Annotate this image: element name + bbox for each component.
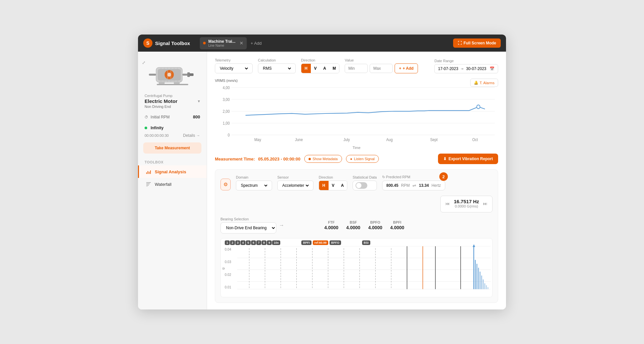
bearing-select-wrap: Bearing Selection Non-Drive End Bearing … xyxy=(220,217,319,233)
freq-prev-icon[interactable]: ⏮ xyxy=(445,201,450,206)
svg-text:Sept: Sept xyxy=(430,137,438,142)
export-icon: ⬇ xyxy=(443,157,447,161)
bearing-arrow-icon[interactable]: → xyxy=(279,222,284,228)
direction-v-button[interactable]: V xyxy=(311,64,320,73)
freq-nav: ⏮ 16.7517 Hz 0.0000 G(rms) ⏭ xyxy=(445,199,488,208)
sidebar-item-waterfall[interactable]: Waterfall xyxy=(138,178,207,190)
sidebar-item-signal-analysis[interactable]: Signal Analysis xyxy=(138,165,207,178)
rpm-label-wrap: ⏱ Initial RPM xyxy=(145,115,170,119)
tab-title: Machine Trai... xyxy=(208,39,236,44)
waterfall-label: Waterfall xyxy=(155,182,172,187)
svg-rect-68 xyxy=(481,276,482,289)
calculation-select-input[interactable]: RMS Peak Peak-to-Peak xyxy=(262,66,292,71)
signal-dir-a-button[interactable]: A xyxy=(338,181,347,190)
value-min-input[interactable] xyxy=(345,64,368,73)
svg-rect-21 xyxy=(150,170,151,174)
add-value-button[interactable]: + + Add xyxy=(395,63,418,73)
calendar-icon[interactable]: 📅 xyxy=(490,66,494,71)
svg-rect-4 xyxy=(149,74,156,76)
statistical-toggle[interactable] xyxy=(353,181,377,190)
svg-text:Oct: Oct xyxy=(472,137,478,142)
spectrum-area: 1 2 3 4 5 6 7 8 9 10x BPFI ref:60.99 xyxy=(220,238,493,297)
svg-rect-69 xyxy=(483,280,484,289)
freq-values: 16.7517 Hz 0.0000 G(rms) xyxy=(454,199,479,208)
rpm-icon2: ↻ xyxy=(382,175,385,179)
top-bar: S Signal Toolbox Machine Trai... Line Na… xyxy=(138,35,506,52)
svg-point-3 xyxy=(167,73,171,77)
svg-text:July: July xyxy=(343,137,350,142)
direction-h-button[interactable]: H xyxy=(301,64,311,73)
alarm-button[interactable]: 🔔 T. Alarms xyxy=(470,79,498,87)
ftf-group: FTF 4.0000 xyxy=(324,220,338,230)
svg-rect-7 xyxy=(190,73,194,76)
telemetry-select-input[interactable]: Velocity Acceleration Displacement xyxy=(218,66,249,71)
add-label: + Add xyxy=(402,66,413,71)
chevron-down-icon[interactable]: ▾ xyxy=(198,99,200,104)
rpm-stat-row: 800.45 RPM ⇌ 13.34 Hertz xyxy=(382,181,445,190)
signal-direction-label: Direction xyxy=(319,175,347,179)
svg-rect-63 xyxy=(473,245,474,289)
statistical-label: Statistical Data xyxy=(353,175,377,179)
calculation-group: Calculation RMS Peak Peak-to-Peak xyxy=(258,58,296,73)
direction-a-button[interactable]: A xyxy=(320,64,330,73)
settings-icon: ⚙ xyxy=(223,182,228,187)
svg-rect-64 xyxy=(475,260,476,289)
svg-rect-6 xyxy=(187,72,190,77)
export-label: Export Vibration Report xyxy=(448,157,493,161)
bpfi-label: BPFI xyxy=(390,220,404,224)
signal-analysis-section: ⚙ Domain Spectrum Time Cepstrum xyxy=(215,169,498,303)
value-max-input[interactable] xyxy=(370,64,393,73)
export-vibration-button[interactable]: ⬇ Export Vibration Report xyxy=(438,154,498,164)
value-label: Value xyxy=(345,58,418,62)
svg-text:June: June xyxy=(295,137,303,142)
expand-icon[interactable]: ⤢ xyxy=(142,60,146,65)
date-range-input[interactable]: 17-07-2023 → 30-07-2023 📅 xyxy=(434,64,498,73)
domain-select-input[interactable]: Spectrum Time Cepstrum xyxy=(240,183,268,188)
direction-m-button[interactable]: M xyxy=(329,64,339,73)
machine-name: Electric Motor xyxy=(145,98,177,104)
telemetry-controls-row: Telemetry Velocity Acceleration Displace… xyxy=(215,58,498,73)
settings-icon-button[interactable]: ⚙ xyxy=(220,179,231,190)
toggle-track[interactable] xyxy=(356,182,367,189)
signal-analysis-label: Signal Analysis xyxy=(155,169,186,174)
exchange-icon: ⇌ xyxy=(412,183,416,188)
logo-area: S Signal Toolbox xyxy=(143,38,196,48)
status-row: Infinity xyxy=(138,123,207,133)
date-end: 30-07-2023 xyxy=(466,66,486,71)
signal-analysis-icon xyxy=(146,169,151,175)
domain-select[interactable]: Spectrum Time Cepstrum xyxy=(236,181,272,190)
add-tab-button[interactable]: + Add xyxy=(251,41,262,46)
listen-icon: ● xyxy=(350,157,353,161)
fullscreen-button[interactable]: ⛶ Full Screen Mode xyxy=(453,38,501,48)
bearing-select-input[interactable]: Non-Drive End Bearing xyxy=(220,222,276,233)
bearing-row: Bearing Selection Non-Drive End Bearing … xyxy=(220,217,493,233)
tab-close-icon[interactable]: ✕ xyxy=(240,40,243,46)
tab-item[interactable]: Machine Trai... Line Name ✕ xyxy=(200,37,247,49)
sensor-select-input[interactable]: Accelometer Velocity xyxy=(281,183,310,188)
rpm-label: Initial RPM xyxy=(150,115,170,119)
app-title: Signal Toolbox xyxy=(155,40,190,46)
signal-dir-v-button[interactable]: V xyxy=(329,181,338,190)
sensor-select[interactable]: Accelometer Velocity xyxy=(277,181,313,190)
telemetry-select[interactable]: Velocity Acceleration Displacement xyxy=(215,63,253,73)
chart-svg: 4,00 3,00 2,00 1,00 0 May June July Aug … xyxy=(215,84,498,143)
rpm-value: 800 xyxy=(193,114,200,119)
main-layout: ⤢ xyxy=(138,52,506,309)
calculation-select[interactable]: RMS Peak Peak-to-Peak xyxy=(258,63,296,73)
measurement-time: Measurement Time: 05.05.2023 - 00:00:00 xyxy=(215,157,300,161)
details-link[interactable]: Details → xyxy=(183,133,200,138)
signal-dir-h-button[interactable]: H xyxy=(319,181,329,190)
take-measurement-button[interactable]: Take Measurement xyxy=(143,142,201,154)
bsf-value: 4.0000 xyxy=(346,225,360,230)
predicted-rpm-label: ↻ Predicted RPM xyxy=(382,175,445,179)
listen-signal-button[interactable]: ● Listen Signal xyxy=(346,155,379,163)
spectrum-svg: g xyxy=(221,238,492,297)
domain-group: Domain Spectrum Time Cepstrum xyxy=(236,175,272,190)
svg-marker-73 xyxy=(472,244,475,247)
show-metadata-button[interactable]: Show Metadata xyxy=(304,155,342,163)
date-range-label: Date Range xyxy=(434,59,498,63)
bsf-label: BSF xyxy=(346,220,360,224)
sensor-label: Sensor xyxy=(277,175,313,179)
freq-next-icon[interactable]: ⏭ xyxy=(483,201,488,206)
svg-text:Aug: Aug xyxy=(386,137,393,142)
